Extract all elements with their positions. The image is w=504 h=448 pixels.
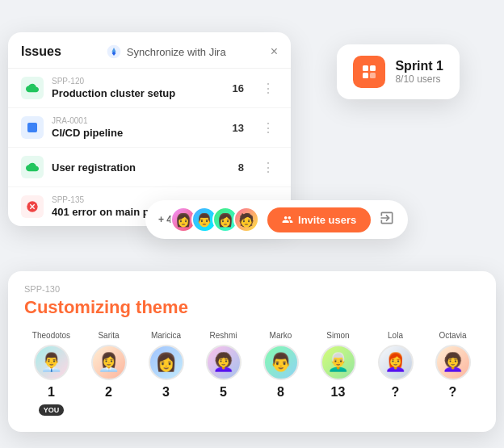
user-score: 8 [277, 385, 284, 400]
user-score: ? [392, 385, 400, 400]
user-name: Lola [388, 331, 403, 340]
user-score: ? [449, 385, 457, 400]
user-score: 3 [162, 385, 170, 400]
user-score: 5 [220, 385, 227, 400]
invite-button-label: Invite users [298, 214, 356, 226]
jira-icon [106, 44, 122, 60]
sprint-card: Sprint 1 8/10 users [337, 44, 460, 99]
user-col: Marko 👨 8 [254, 331, 308, 400]
issue-content: JRA-0001 CI/CD pipeline [52, 116, 225, 139]
issues-header: Issues Synchronize with Jira × [8, 32, 291, 69]
customize-title: Customizing theme [24, 297, 480, 318]
sprint-info: Sprint 1 8/10 users [395, 59, 443, 85]
avatar-4: 🧑 [233, 207, 259, 232]
invite-users-button[interactable]: Invite users [267, 207, 371, 232]
user-score: 13 [331, 385, 346, 400]
issue-name: Production cluster setup [52, 87, 225, 99]
issue-count: 8 [238, 161, 244, 174]
issue-icon [21, 77, 44, 99]
svg-rect-8 [370, 73, 376, 78]
close-button[interactable]: × [271, 45, 278, 58]
sprint-logo [353, 56, 385, 88]
user-col: Simon 👨‍🦳 13 [311, 331, 365, 400]
issue-item: User registration 8 ⋮ [8, 148, 291, 187]
issue-ticket: SPP-120 [52, 77, 225, 86]
issue-more-button[interactable]: ⋮ [258, 79, 278, 98]
sprint-logo-icon [359, 62, 379, 82]
user-avatar: 👨 [263, 345, 299, 380]
user-avatar: 👩‍🦱 [206, 345, 242, 380]
issues-panel: Issues Synchronize with Jira × SPP-120 P… [8, 32, 291, 226]
add-user-icon [282, 214, 293, 225]
issues-title: Issues [21, 44, 61, 59]
svg-rect-5 [363, 65, 368, 71]
user-avatar: 👨‍🦳 [321, 345, 356, 380]
sprint-users: 8/10 users [395, 73, 443, 85]
issue-icon [21, 116, 44, 139]
issue-item: JRA-0001 CI/CD pipeline 13 ⋮ [8, 108, 291, 148]
user-name: Maricica [151, 331, 181, 340]
sprint-name: Sprint 1 [395, 59, 443, 73]
svg-rect-7 [363, 73, 368, 78]
user-avatar: 👩 [149, 345, 184, 380]
issue-icon [21, 156, 44, 178]
user-avatar: 👩‍🦱 [435, 345, 471, 380]
svg-rect-6 [370, 65, 376, 71]
issue-content: SPP-120 Production cluster setup [52, 77, 225, 99]
issue-count: 13 [233, 122, 244, 134]
issue-name: CI/CD pipeline [52, 127, 225, 139]
user-avatar: 👩‍🦰 [378, 345, 414, 380]
user-name: Simon [326, 331, 349, 340]
user-avatar: 👩‍💼 [91, 345, 127, 380]
user-name: Theodotos [32, 331, 70, 340]
user-col: Sarita 👩‍💼 2 [82, 331, 136, 400]
issue-more-button[interactable]: ⋮ [258, 158, 278, 177]
customize-section: SPP-130 Customizing theme Theodotos 👨‍💼 … [8, 271, 496, 432]
svg-rect-1 [27, 123, 37, 132]
user-name: Reshmi [210, 331, 237, 340]
issue-content: User registration [52, 161, 230, 174]
invite-bar: + 4 👩 👨 👩 🧑 Invite users [145, 200, 408, 239]
you-badge: YOU [39, 404, 65, 416]
user-name: Octavia [439, 331, 467, 340]
user-col: Lola 👩‍🦰 ? [368, 331, 422, 400]
user-col: Octavia 👩‍🦱 ? [426, 331, 480, 400]
issue-name: User registration [52, 161, 230, 174]
user-col: Maricica 👩 3 [139, 331, 193, 400]
sync-label: Synchronize with Jira [127, 46, 226, 58]
customize-ticket: SPP-130 [24, 284, 480, 294]
issue-icon [21, 195, 44, 218]
user-name: Sarita [98, 331, 119, 340]
export-icon [379, 210, 395, 226]
user-score: 1 [48, 385, 55, 400]
users-grid: Theodotos 👨‍💼 1 YOU Sarita 👩‍💼 2 Maricic… [24, 331, 480, 416]
export-button[interactable] [379, 210, 395, 230]
user-score: 2 [105, 385, 112, 400]
user-col: Reshmi 👩‍🦱 5 [196, 331, 250, 400]
issue-item: SPP-120 Production cluster setup 16 ⋮ [8, 69, 291, 108]
user-avatar: 👨‍💼 [34, 345, 69, 380]
sync-jira-button[interactable]: Synchronize with Jira [106, 44, 226, 60]
issue-more-button[interactable]: ⋮ [258, 119, 278, 137]
avatar-stack: + 4 👩 👨 👩 🧑 [158, 207, 259, 232]
user-col: Theodotos 👨‍💼 1 YOU [24, 331, 78, 416]
user-name: Marko [270, 331, 292, 340]
issue-ticket: JRA-0001 [52, 116, 225, 125]
issue-count: 16 [233, 82, 244, 94]
